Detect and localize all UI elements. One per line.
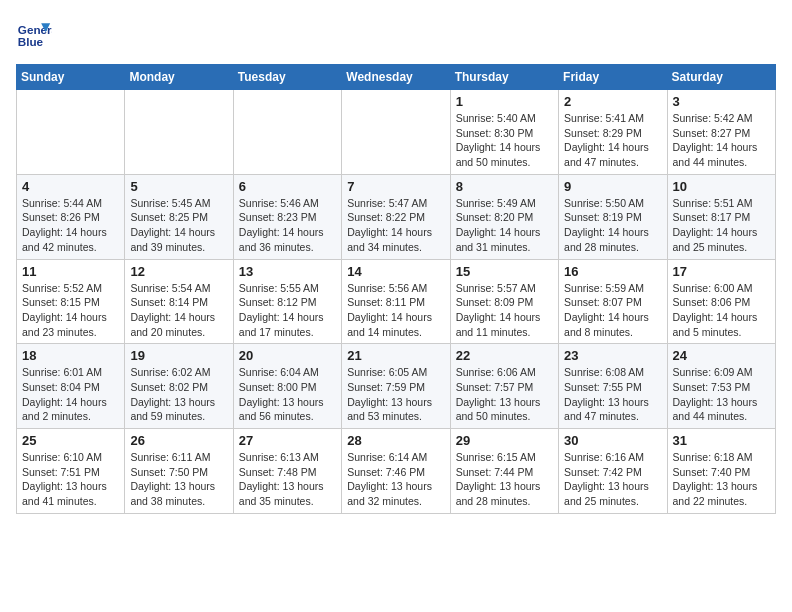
day-of-week-header: SundayMondayTuesdayWednesdayThursdayFrid… [17,65,776,90]
day-cell: 30Sunrise: 6:16 AMSunset: 7:42 PMDayligh… [559,429,667,514]
day-info: Sunrise: 6:09 AMSunset: 7:53 PMDaylight:… [673,365,770,424]
day-number: 8 [456,179,553,194]
day-cell: 10Sunrise: 5:51 AMSunset: 8:17 PMDayligh… [667,174,775,259]
day-number: 27 [239,433,336,448]
day-info: Sunrise: 5:40 AMSunset: 8:30 PMDaylight:… [456,111,553,170]
day-cell: 28Sunrise: 6:14 AMSunset: 7:46 PMDayligh… [342,429,450,514]
day-number: 28 [347,433,444,448]
day-info: Sunrise: 5:45 AMSunset: 8:25 PMDaylight:… [130,196,227,255]
day-number: 15 [456,264,553,279]
day-number: 24 [673,348,770,363]
day-number: 13 [239,264,336,279]
day-cell: 4Sunrise: 5:44 AMSunset: 8:26 PMDaylight… [17,174,125,259]
day-number: 9 [564,179,661,194]
week-row-2: 4Sunrise: 5:44 AMSunset: 8:26 PMDaylight… [17,174,776,259]
dow-thursday: Thursday [450,65,558,90]
day-cell: 9Sunrise: 5:50 AMSunset: 8:19 PMDaylight… [559,174,667,259]
day-number: 10 [673,179,770,194]
day-cell: 25Sunrise: 6:10 AMSunset: 7:51 PMDayligh… [17,429,125,514]
day-cell: 24Sunrise: 6:09 AMSunset: 7:53 PMDayligh… [667,344,775,429]
day-cell: 12Sunrise: 5:54 AMSunset: 8:14 PMDayligh… [125,259,233,344]
day-cell: 26Sunrise: 6:11 AMSunset: 7:50 PMDayligh… [125,429,233,514]
dow-saturday: Saturday [667,65,775,90]
day-cell: 11Sunrise: 5:52 AMSunset: 8:15 PMDayligh… [17,259,125,344]
day-cell: 14Sunrise: 5:56 AMSunset: 8:11 PMDayligh… [342,259,450,344]
day-cell: 1Sunrise: 5:40 AMSunset: 8:30 PMDaylight… [450,90,558,175]
day-info: Sunrise: 6:13 AMSunset: 7:48 PMDaylight:… [239,450,336,509]
day-info: Sunrise: 5:50 AMSunset: 8:19 PMDaylight:… [564,196,661,255]
day-number: 7 [347,179,444,194]
dow-sunday: Sunday [17,65,125,90]
day-number: 17 [673,264,770,279]
day-cell: 31Sunrise: 6:18 AMSunset: 7:40 PMDayligh… [667,429,775,514]
day-info: Sunrise: 5:59 AMSunset: 8:07 PMDaylight:… [564,281,661,340]
day-number: 23 [564,348,661,363]
day-number: 2 [564,94,661,109]
day-number: 26 [130,433,227,448]
dow-wednesday: Wednesday [342,65,450,90]
day-number: 12 [130,264,227,279]
logo: General Blue [16,16,52,52]
day-cell: 3Sunrise: 5:42 AMSunset: 8:27 PMDaylight… [667,90,775,175]
day-info: Sunrise: 6:08 AMSunset: 7:55 PMDaylight:… [564,365,661,424]
week-row-1: 1Sunrise: 5:40 AMSunset: 8:30 PMDaylight… [17,90,776,175]
day-info: Sunrise: 5:46 AMSunset: 8:23 PMDaylight:… [239,196,336,255]
day-cell [233,90,341,175]
day-number: 25 [22,433,119,448]
week-row-4: 18Sunrise: 6:01 AMSunset: 8:04 PMDayligh… [17,344,776,429]
day-cell: 7Sunrise: 5:47 AMSunset: 8:22 PMDaylight… [342,174,450,259]
day-cell: 8Sunrise: 5:49 AMSunset: 8:20 PMDaylight… [450,174,558,259]
page-header: General Blue [16,16,776,52]
dow-monday: Monday [125,65,233,90]
day-cell: 5Sunrise: 5:45 AMSunset: 8:25 PMDaylight… [125,174,233,259]
week-row-5: 25Sunrise: 6:10 AMSunset: 7:51 PMDayligh… [17,429,776,514]
day-cell: 21Sunrise: 6:05 AMSunset: 7:59 PMDayligh… [342,344,450,429]
day-info: Sunrise: 5:54 AMSunset: 8:14 PMDaylight:… [130,281,227,340]
day-cell: 6Sunrise: 5:46 AMSunset: 8:23 PMDaylight… [233,174,341,259]
day-number: 21 [347,348,444,363]
day-cell: 23Sunrise: 6:08 AMSunset: 7:55 PMDayligh… [559,344,667,429]
day-number: 22 [456,348,553,363]
day-number: 1 [456,94,553,109]
day-info: Sunrise: 6:02 AMSunset: 8:02 PMDaylight:… [130,365,227,424]
day-number: 20 [239,348,336,363]
day-cell: 13Sunrise: 5:55 AMSunset: 8:12 PMDayligh… [233,259,341,344]
day-info: Sunrise: 6:05 AMSunset: 7:59 PMDaylight:… [347,365,444,424]
day-cell: 16Sunrise: 5:59 AMSunset: 8:07 PMDayligh… [559,259,667,344]
day-cell: 15Sunrise: 5:57 AMSunset: 8:09 PMDayligh… [450,259,558,344]
day-cell: 29Sunrise: 6:15 AMSunset: 7:44 PMDayligh… [450,429,558,514]
day-info: Sunrise: 5:47 AMSunset: 8:22 PMDaylight:… [347,196,444,255]
day-cell: 17Sunrise: 6:00 AMSunset: 8:06 PMDayligh… [667,259,775,344]
day-cell [17,90,125,175]
day-info: Sunrise: 5:49 AMSunset: 8:20 PMDaylight:… [456,196,553,255]
day-number: 14 [347,264,444,279]
day-info: Sunrise: 6:00 AMSunset: 8:06 PMDaylight:… [673,281,770,340]
dow-tuesday: Tuesday [233,65,341,90]
day-number: 5 [130,179,227,194]
day-info: Sunrise: 6:01 AMSunset: 8:04 PMDaylight:… [22,365,119,424]
day-number: 31 [673,433,770,448]
day-cell: 18Sunrise: 6:01 AMSunset: 8:04 PMDayligh… [17,344,125,429]
day-cell: 19Sunrise: 6:02 AMSunset: 8:02 PMDayligh… [125,344,233,429]
day-number: 30 [564,433,661,448]
day-cell: 27Sunrise: 6:13 AMSunset: 7:48 PMDayligh… [233,429,341,514]
day-info: Sunrise: 6:16 AMSunset: 7:42 PMDaylight:… [564,450,661,509]
day-number: 19 [130,348,227,363]
day-info: Sunrise: 6:10 AMSunset: 7:51 PMDaylight:… [22,450,119,509]
day-cell: 2Sunrise: 5:41 AMSunset: 8:29 PMDaylight… [559,90,667,175]
day-info: Sunrise: 6:06 AMSunset: 7:57 PMDaylight:… [456,365,553,424]
day-number: 29 [456,433,553,448]
day-info: Sunrise: 6:14 AMSunset: 7:46 PMDaylight:… [347,450,444,509]
day-cell [342,90,450,175]
day-info: Sunrise: 5:56 AMSunset: 8:11 PMDaylight:… [347,281,444,340]
calendar-table: SundayMondayTuesdayWednesdayThursdayFrid… [16,64,776,514]
day-number: 6 [239,179,336,194]
logo-icon: General Blue [16,16,52,52]
day-number: 16 [564,264,661,279]
day-info: Sunrise: 6:11 AMSunset: 7:50 PMDaylight:… [130,450,227,509]
day-number: 18 [22,348,119,363]
day-info: Sunrise: 5:44 AMSunset: 8:26 PMDaylight:… [22,196,119,255]
day-info: Sunrise: 5:57 AMSunset: 8:09 PMDaylight:… [456,281,553,340]
day-info: Sunrise: 6:15 AMSunset: 7:44 PMDaylight:… [456,450,553,509]
week-row-3: 11Sunrise: 5:52 AMSunset: 8:15 PMDayligh… [17,259,776,344]
